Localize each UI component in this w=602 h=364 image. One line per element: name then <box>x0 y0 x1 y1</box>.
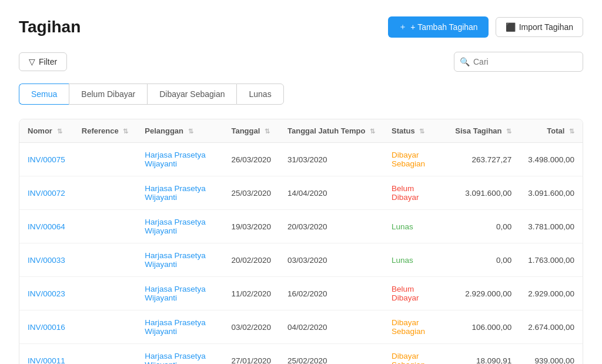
sort-sisa-icon: ⇅ <box>506 128 511 135</box>
cell-reference <box>73 176 136 210</box>
tab-dibayar-sebagian[interactable]: Dibayar Sebagian <box>147 84 236 105</box>
cell-tanggal: 25/03/2020 <box>223 176 279 210</box>
invoices-table: Nomor ⇅ Reference ⇅ Pelanggan ⇅ Tanggal … <box>19 119 583 364</box>
cell-status: Belum Dibayar <box>383 176 447 210</box>
cell-nomor: INV/00011 <box>19 344 73 365</box>
cell-tanggal-jatuh-tempo: 04/02/2020 <box>279 310 383 344</box>
sort-nomor-icon: ⇅ <box>57 128 62 135</box>
cell-status: Dibayar Sebagian <box>383 344 447 365</box>
sort-total-icon: ⇅ <box>569 128 574 135</box>
invoice-link[interactable]: INV/00064 <box>28 222 65 231</box>
cell-reference <box>73 344 136 365</box>
cell-tanggal-jatuh-tempo: 16/02/2020 <box>279 277 383 310</box>
cell-pelanggan: Harjasa Prasetya Wijayanti <box>136 243 223 277</box>
sort-pelanggan-icon: ⇅ <box>188 128 193 135</box>
cell-total: 939.000,00 <box>520 344 583 365</box>
cell-reference <box>73 310 136 344</box>
tab-belum-dibayar[interactable]: Belum Dibayar <box>69 84 147 105</box>
cell-nomor: INV/00064 <box>19 210 73 243</box>
plus-icon: ＋ <box>399 22 407 32</box>
cell-sisa-tagihan: 3.091.600,00 <box>447 176 520 210</box>
cell-pelanggan: Harjasa Prasetya Wijayanti <box>136 143 223 176</box>
table-row: INV/00072 Harjasa Prasetya Wijayanti 25/… <box>19 176 583 210</box>
cell-tanggal: 27/01/2020 <box>223 344 279 365</box>
cell-reference <box>73 243 136 277</box>
cell-pelanggan: Harjasa Prasetya Wijayanti <box>136 344 223 365</box>
col-sisa-tagihan: Sisa Tagihan ⇅ <box>447 119 520 143</box>
tab-semua[interactable]: Semua <box>19 84 69 105</box>
table-wrap: Nomor ⇅ Reference ⇅ Pelanggan ⇅ Tanggal … <box>19 119 583 364</box>
cell-tanggal: 03/02/2020 <box>223 310 279 344</box>
import-button-label: Import Tagihan <box>519 22 573 32</box>
header-actions: ＋ + Tambah Tagihan ⬛ Import Tagihan <box>388 16 583 38</box>
cell-nomor: INV/00023 <box>19 277 73 310</box>
cell-status: Belum Dibayar <box>383 277 447 310</box>
col-reference: Reference ⇅ <box>73 119 136 143</box>
sort-reference-icon: ⇅ <box>123 128 128 135</box>
add-tagihan-button[interactable]: ＋ + Tambah Tagihan <box>388 16 488 38</box>
table-row: INV/00033 Harjasa Prasetya Wijayanti 20/… <box>19 243 583 277</box>
cell-tanggal: 26/03/2020 <box>223 143 279 176</box>
cell-tanggal-jatuh-tempo: 14/04/2020 <box>279 176 383 210</box>
cell-nomor: INV/00033 <box>19 243 73 277</box>
cell-pelanggan: Harjasa Prasetya Wijayanti <box>136 210 223 243</box>
cell-sisa-tagihan: 263.727,27 <box>447 143 520 176</box>
cell-sisa-tagihan: 106.000,00 <box>447 310 520 344</box>
invoice-link[interactable]: INV/00023 <box>28 289 65 298</box>
cell-status: Lunas <box>383 210 447 243</box>
col-tanggal: Tanggal ⇅ <box>223 119 279 143</box>
table-row: INV/00016 Harjasa Prasetya Wijayanti 03/… <box>19 310 583 344</box>
invoice-link[interactable]: INV/00033 <box>28 256 65 265</box>
sort-status-icon: ⇅ <box>419 128 424 135</box>
cell-sisa-tagihan: 0,00 <box>447 243 520 277</box>
cell-pelanggan: Harjasa Prasetya Wijayanti <box>136 176 223 210</box>
invoice-link[interactable]: INV/00072 <box>28 189 65 198</box>
table-row: INV/00075 Harjasa Prasetya Wijayanti 26/… <box>19 143 583 176</box>
table-row: INV/00011 Harjasa Prasetya Wijayanti 27/… <box>19 344 583 365</box>
cell-total: 3.498.000,00 <box>520 143 583 176</box>
cell-total: 2.674.000,00 <box>520 310 583 344</box>
sort-tanggal-icon: ⇅ <box>265 128 270 135</box>
header: Tagihan ＋ + Tambah Tagihan ⬛ Import Tagi… <box>19 16 583 38</box>
import-tagihan-button[interactable]: ⬛ Import Tagihan <box>496 17 583 37</box>
tabs: Semua Belum Dibayar Dibayar Sebagian Lun… <box>19 84 583 105</box>
cell-nomor: INV/00072 <box>19 176 73 210</box>
page-title: Tagihan <box>19 18 81 36</box>
cell-tanggal-jatuh-tempo: 25/02/2020 <box>279 344 383 365</box>
cell-nomor: INV/00016 <box>19 310 73 344</box>
cell-sisa-tagihan: 18.090,91 <box>447 344 520 365</box>
filter-button[interactable]: ▽ Filter <box>19 52 67 71</box>
table-header-row: Nomor ⇅ Reference ⇅ Pelanggan ⇅ Tanggal … <box>19 119 583 143</box>
cell-tanggal: 19/03/2020 <box>223 210 279 243</box>
import-icon: ⬛ <box>506 22 516 32</box>
search-wrap: 🔍 <box>454 52 583 72</box>
table-row: INV/00023 Harjasa Prasetya Wijayanti 11/… <box>19 277 583 310</box>
cell-sisa-tagihan: 2.929.000,00 <box>447 277 520 310</box>
cell-reference <box>73 210 136 243</box>
invoice-link[interactable]: INV/00075 <box>28 155 65 164</box>
cell-pelanggan: Harjasa Prasetya Wijayanti <box>136 277 223 310</box>
filter-label: Filter <box>39 57 57 66</box>
page: Tagihan ＋ + Tambah Tagihan ⬛ Import Tagi… <box>0 0 602 364</box>
filter-icon: ▽ <box>29 57 35 66</box>
search-input[interactable] <box>454 52 583 72</box>
cell-status: Lunas <box>383 243 447 277</box>
toolbar: ▽ Filter 🔍 <box>19 52 583 72</box>
invoice-link[interactable]: INV/00016 <box>28 323 65 332</box>
cell-total: 3.091.600,00 <box>520 176 583 210</box>
cell-tanggal: 11/02/2020 <box>223 277 279 310</box>
cell-reference <box>73 143 136 176</box>
cell-status: Dibayar Sebagian <box>383 310 447 344</box>
cell-reference <box>73 277 136 310</box>
col-tanggal-jatuh-tempo: Tanggal Jatuh Tempo ⇅ <box>279 119 383 143</box>
cell-nomor: INV/00075 <box>19 143 73 176</box>
tab-lunas[interactable]: Lunas <box>236 84 283 105</box>
col-status: Status ⇅ <box>383 119 447 143</box>
cell-tanggal-jatuh-tempo: 20/03/2020 <box>279 210 383 243</box>
col-pelanggan: Pelanggan ⇅ <box>136 119 223 143</box>
col-nomor: Nomor ⇅ <box>19 119 73 143</box>
search-icon: 🔍 <box>460 57 470 66</box>
cell-status: Dibayar Sebagian <box>383 143 447 176</box>
invoice-link[interactable]: INV/00011 <box>28 356 65 365</box>
table-row: INV/00064 Harjasa Prasetya Wijayanti 19/… <box>19 210 583 243</box>
